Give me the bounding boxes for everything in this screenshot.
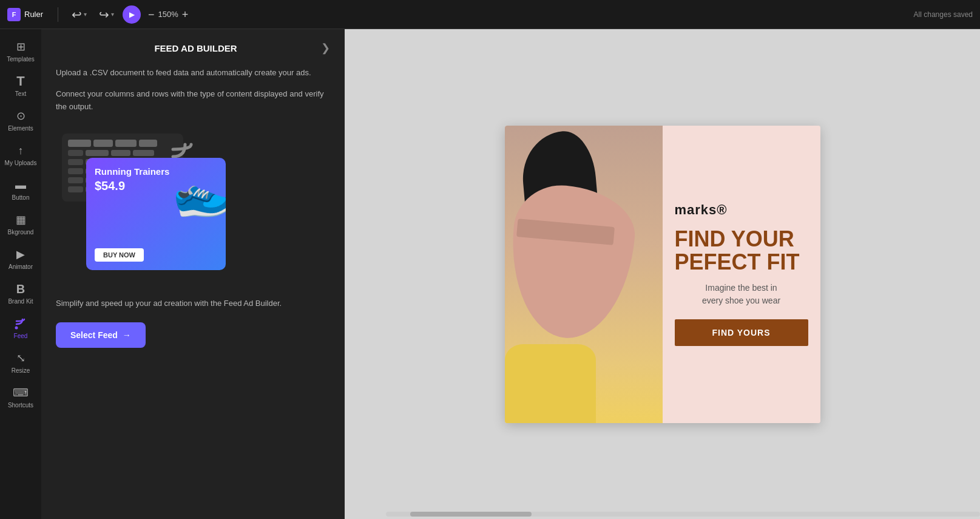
feed-panel-title: FEED AD BUILDER	[70, 43, 321, 53]
brand-name: marks®	[675, 202, 808, 218]
main-area: ⊞ Templates T Text ⊙ Elements ↑ My Uploa…	[0, 29, 980, 519]
zoom-in-button[interactable]: +	[182, 9, 189, 20]
resize-icon: ⤡	[14, 351, 27, 365]
sidebar-item-animator[interactable]: ▶ Animator	[0, 242, 41, 276]
brand-kit-label: Brand Kit	[8, 298, 33, 305]
uploads-label: My Uploads	[5, 160, 37, 166]
sidebar-item-resize[interactable]: ⤡ Resize	[0, 345, 41, 380]
svg-point-0	[15, 327, 18, 330]
feed-icon	[14, 317, 27, 330]
select-feed-arrow-icon: →	[123, 330, 131, 340]
sidebar-item-button[interactable]: ▬ Button	[0, 172, 41, 207]
feed-preview-container: Running Trainers $54.9 👟 BUY NOW	[56, 127, 330, 285]
ad-buy-now-button[interactable]: BUY NOW	[95, 248, 144, 262]
canvas-scrollbar-thumb	[410, 512, 532, 517]
animator-icon: ▶	[14, 248, 27, 261]
redo-dropdown-icon: ▾	[111, 11, 114, 18]
text-label: Text	[15, 90, 26, 97]
redo-icon: ↪	[99, 7, 109, 22]
shoe-image-area	[505, 126, 663, 423]
undo-dropdown-icon: ▾	[84, 11, 87, 18]
zoom-control: − 150% +	[148, 9, 188, 20]
feed-description-1: Upload a .CSV document to feed data and …	[56, 67, 330, 80]
sidebar-item-text[interactable]: T Text	[0, 69, 41, 103]
ad-preview-card: Running Trainers $54.9 👟 BUY NOW	[86, 158, 226, 270]
play-button[interactable]: ▶	[123, 5, 141, 24]
uploads-icon: ↑	[14, 144, 27, 157]
ad-headline: FIND YOUR PEFECT FIT	[675, 228, 808, 274]
ad-subtext: Imagine the best inevery shoe you wear	[675, 282, 808, 307]
ad-canvas-left	[505, 126, 663, 423]
bag-yellow	[505, 344, 596, 423]
select-feed-label: Select Feed	[70, 330, 118, 340]
topbar: F Ruler ↩ ▾ ↪ ▾ ▶ − 150% + All changes s…	[0, 0, 980, 29]
sidebar-icons: ⊞ Templates T Text ⊙ Elements ↑ My Uploa…	[0, 29, 41, 519]
sandal-pink	[505, 181, 639, 342]
templates-icon: ⊞	[14, 40, 27, 53]
sidebar-item-brand-kit[interactable]: B Brand Kit	[0, 276, 41, 311]
zoom-out-button[interactable]: −	[148, 9, 155, 20]
undo-icon: ↩	[72, 7, 82, 22]
select-feed-button[interactable]: Select Feed →	[56, 322, 146, 348]
topbar-logo: F Ruler	[7, 8, 43, 21]
headline-line2: PEFECT FIT	[675, 249, 800, 274]
save-status: All changes saved	[914, 10, 973, 19]
logo-icon: F	[7, 8, 21, 21]
brand-kit-icon: B	[14, 282, 27, 296]
undo-button[interactable]: ↩ ▾	[68, 5, 90, 24]
topbar-divider	[58, 7, 58, 22]
animator-label: Animator	[8, 263, 33, 270]
shortcuts-icon: ⌨	[14, 386, 27, 399]
ad-canvas: marks® FIND YOUR PEFECT FIT Imagine the …	[505, 126, 820, 423]
collapse-panel-button[interactable]: ❯	[321, 41, 330, 55]
sidebar-item-my-uploads[interactable]: ↑ My Uploads	[0, 138, 41, 172]
sidebar-item-templates[interactable]: ⊞ Templates	[0, 34, 41, 69]
elements-label: Elements	[8, 125, 33, 132]
canvas-scrollbar[interactable]	[386, 512, 980, 517]
resize-label: Resize	[12, 367, 30, 374]
feed-panel: FEED AD BUILDER ❯ Upload a .CSV document…	[41, 29, 345, 519]
background-label: Bkground	[8, 229, 34, 236]
ad-canvas-right: marks® FIND YOUR PEFECT FIT Imagine the …	[663, 126, 820, 423]
canvas-area[interactable]: marks® FIND YOUR PEFECT FIT Imagine the …	[345, 29, 980, 519]
text-icon: T	[14, 75, 27, 88]
feed-description-2: Connect your columns and rows with the t…	[56, 88, 330, 114]
sidebar-item-feed[interactable]: Feed	[0, 311, 41, 345]
templates-label: Templates	[7, 56, 35, 63]
button-icon: ▬	[14, 178, 27, 192]
elements-icon: ⊙	[14, 109, 27, 123]
sidebar-item-elements[interactable]: ⊙ Elements	[0, 103, 41, 138]
ruler-label: Ruler	[24, 10, 43, 19]
feed-description-3: Simplify and speed up your ad creation w…	[56, 297, 330, 310]
sidebar-item-shortcuts[interactable]: ⌨ Shortcuts	[0, 380, 41, 415]
button-label: Button	[12, 194, 30, 201]
redo-button[interactable]: ↪ ▾	[95, 5, 118, 24]
ad-cta-button[interactable]: FIND YOURS	[675, 319, 808, 346]
play-icon: ▶	[129, 10, 135, 19]
background-icon: ▦	[14, 213, 27, 226]
feed-panel-header: FEED AD BUILDER ❯	[56, 41, 330, 55]
headline-line1: FIND YOUR	[675, 226, 794, 251]
shortcuts-label: Shortcuts	[8, 402, 33, 409]
zoom-level: 150%	[158, 10, 178, 19]
sidebar-item-background[interactable]: ▦ Bkground	[0, 207, 41, 242]
feed-label: Feed	[14, 333, 28, 339]
